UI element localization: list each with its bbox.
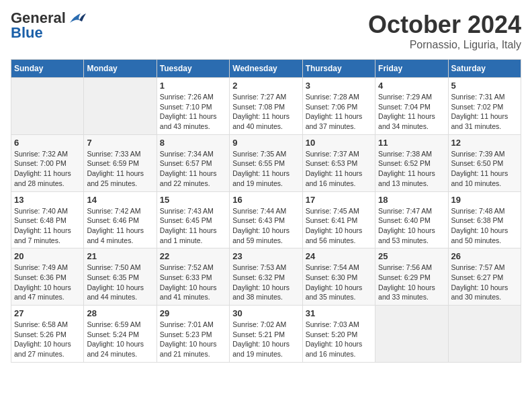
calendar-cell <box>448 306 521 363</box>
calendar-cell: 15Sunrise: 7:43 AMSunset: 6:45 PMDayligh… <box>157 191 229 248</box>
day-number: 25 <box>378 251 445 261</box>
calendar-cell: 10Sunrise: 7:37 AMSunset: 6:53 PMDayligh… <box>302 134 375 191</box>
calendar-cell: 21Sunrise: 7:50 AMSunset: 6:35 PMDayligh… <box>84 248 157 306</box>
calendar-cell: 2Sunrise: 7:27 AMSunset: 7:08 PMDaylight… <box>230 78 302 135</box>
calendar-cell: 19Sunrise: 7:48 AMSunset: 6:38 PMDayligh… <box>448 191 521 248</box>
weekday-header: Friday <box>375 60 448 78</box>
weekday-header-row: SundayMondayTuesdayWednesdayThursdayFrid… <box>11 60 521 78</box>
title-block: October 2024 Pornassio, Liguria, Italy <box>368 11 521 51</box>
weekday-header: Tuesday <box>157 60 229 78</box>
calendar-table: SundayMondayTuesdayWednesdayThursdayFrid… <box>11 59 521 363</box>
page-header: General Blue October 2024 Pornassio, Lig… <box>11 11 521 51</box>
calendar-cell: 13Sunrise: 7:40 AMSunset: 6:48 PMDayligh… <box>11 191 84 248</box>
day-info: Sunrise: 7:44 AMSunset: 6:43 PMDaylight:… <box>232 206 299 246</box>
day-info: Sunrise: 7:40 AMSunset: 6:48 PMDaylight:… <box>14 206 81 246</box>
calendar-cell: 5Sunrise: 7:31 AMSunset: 7:02 PMDaylight… <box>448 78 521 135</box>
day-number: 3 <box>306 81 372 91</box>
day-number: 18 <box>378 195 445 205</box>
day-info: Sunrise: 7:33 AMSunset: 6:59 PMDaylight:… <box>87 149 153 189</box>
location-title: Pornassio, Liguria, Italy <box>368 39 521 51</box>
day-number: 12 <box>451 138 518 148</box>
day-info: Sunrise: 7:39 AMSunset: 6:50 PMDaylight:… <box>451 149 518 189</box>
weekday-header: Monday <box>84 60 157 78</box>
day-info: Sunrise: 7:02 AMSunset: 5:21 PMDaylight:… <box>232 320 299 359</box>
calendar-cell <box>84 78 157 135</box>
day-info: Sunrise: 7:56 AMSunset: 6:29 PMDaylight:… <box>378 263 445 302</box>
logo-general: General <box>11 11 66 26</box>
calendar-cell: 25Sunrise: 7:56 AMSunset: 6:29 PMDayligh… <box>375 248 448 306</box>
calendar-cell: 30Sunrise: 7:02 AMSunset: 5:21 PMDayligh… <box>230 306 302 363</box>
day-number: 28 <box>87 308 153 318</box>
weekday-header: Thursday <box>302 60 375 78</box>
calendar-cell: 16Sunrise: 7:44 AMSunset: 6:43 PMDayligh… <box>230 191 302 248</box>
day-number: 20 <box>14 251 81 261</box>
day-info: Sunrise: 7:28 AMSunset: 7:06 PMDaylight:… <box>306 92 372 132</box>
day-number: 14 <box>87 195 153 205</box>
calendar-cell: 3Sunrise: 7:28 AMSunset: 7:06 PMDaylight… <box>302 78 375 135</box>
day-info: Sunrise: 7:35 AMSunset: 6:55 PMDaylight:… <box>232 149 299 189</box>
calendar-cell: 24Sunrise: 7:54 AMSunset: 6:30 PMDayligh… <box>302 248 375 306</box>
calendar-cell: 17Sunrise: 7:45 AMSunset: 6:41 PMDayligh… <box>302 191 375 248</box>
day-number: 1 <box>160 81 226 91</box>
day-number: 21 <box>87 251 153 261</box>
day-info: Sunrise: 7:26 AMSunset: 7:10 PMDaylight:… <box>160 92 226 132</box>
calendar-cell: 18Sunrise: 7:47 AMSunset: 6:40 PMDayligh… <box>375 191 448 248</box>
logo-bird-icon <box>67 11 86 26</box>
day-number: 31 <box>306 308 372 318</box>
day-info: Sunrise: 7:42 AMSunset: 6:46 PMDaylight:… <box>87 206 153 246</box>
calendar-cell: 23Sunrise: 7:53 AMSunset: 6:32 PMDayligh… <box>230 248 302 306</box>
logo: General Blue <box>11 11 86 40</box>
calendar-cell: 20Sunrise: 7:49 AMSunset: 6:36 PMDayligh… <box>11 248 84 306</box>
calendar-cell: 28Sunrise: 6:59 AMSunset: 5:24 PMDayligh… <box>84 306 157 363</box>
day-info: Sunrise: 6:59 AMSunset: 5:24 PMDaylight:… <box>87 320 153 359</box>
calendar-week-row: 20Sunrise: 7:49 AMSunset: 6:36 PMDayligh… <box>11 248 521 306</box>
calendar-cell: 31Sunrise: 7:03 AMSunset: 5:20 PMDayligh… <box>302 306 375 363</box>
calendar-cell: 29Sunrise: 7:01 AMSunset: 5:23 PMDayligh… <box>157 306 229 363</box>
day-info: Sunrise: 7:32 AMSunset: 7:00 PMDaylight:… <box>14 149 81 189</box>
calendar-cell <box>11 78 84 135</box>
day-info: Sunrise: 7:48 AMSunset: 6:38 PMDaylight:… <box>451 206 518 246</box>
calendar-cell: 1Sunrise: 7:26 AMSunset: 7:10 PMDaylight… <box>157 78 229 135</box>
day-info: Sunrise: 7:37 AMSunset: 6:53 PMDaylight:… <box>306 149 372 189</box>
day-number: 17 <box>306 195 372 205</box>
calendar-cell: 12Sunrise: 7:39 AMSunset: 6:50 PMDayligh… <box>448 134 521 191</box>
day-number: 2 <box>232 81 299 91</box>
day-info: Sunrise: 7:53 AMSunset: 6:32 PMDaylight:… <box>232 263 299 302</box>
calendar-cell: 7Sunrise: 7:33 AMSunset: 6:59 PMDaylight… <box>84 134 157 191</box>
calendar-cell: 27Sunrise: 6:58 AMSunset: 5:26 PMDayligh… <box>11 306 84 363</box>
day-info: Sunrise: 7:54 AMSunset: 6:30 PMDaylight:… <box>306 263 372 302</box>
day-info: Sunrise: 6:58 AMSunset: 5:26 PMDaylight:… <box>14 320 81 359</box>
day-info: Sunrise: 7:27 AMSunset: 7:08 PMDaylight:… <box>232 92 299 132</box>
day-info: Sunrise: 7:31 AMSunset: 7:02 PMDaylight:… <box>451 92 518 132</box>
day-number: 27 <box>14 308 81 318</box>
day-number: 16 <box>232 195 299 205</box>
day-info: Sunrise: 7:01 AMSunset: 5:23 PMDaylight:… <box>160 320 226 359</box>
day-info: Sunrise: 7:49 AMSunset: 6:36 PMDaylight:… <box>14 263 81 302</box>
calendar-week-row: 13Sunrise: 7:40 AMSunset: 6:48 PMDayligh… <box>11 191 521 248</box>
weekday-header: Wednesday <box>230 60 302 78</box>
day-number: 7 <box>87 138 153 148</box>
day-number: 9 <box>232 138 299 148</box>
day-number: 24 <box>306 251 372 261</box>
day-number: 19 <box>451 195 518 205</box>
calendar-week-row: 1Sunrise: 7:26 AMSunset: 7:10 PMDaylight… <box>11 78 521 135</box>
day-info: Sunrise: 7:50 AMSunset: 6:35 PMDaylight:… <box>87 263 153 302</box>
day-number: 23 <box>232 251 299 261</box>
day-number: 30 <box>232 308 299 318</box>
calendar-cell: 6Sunrise: 7:32 AMSunset: 7:00 PMDaylight… <box>11 134 84 191</box>
weekday-header: Saturday <box>448 60 521 78</box>
day-number: 6 <box>14 138 81 148</box>
calendar-cell: 22Sunrise: 7:52 AMSunset: 6:33 PMDayligh… <box>157 248 229 306</box>
day-number: 10 <box>306 138 372 148</box>
day-number: 26 <box>451 251 518 261</box>
calendar-cell: 11Sunrise: 7:38 AMSunset: 6:52 PMDayligh… <box>375 134 448 191</box>
day-number: 5 <box>451 81 518 91</box>
calendar-cell: 9Sunrise: 7:35 AMSunset: 6:55 PMDaylight… <box>230 134 302 191</box>
calendar-cell: 14Sunrise: 7:42 AMSunset: 6:46 PMDayligh… <box>84 191 157 248</box>
day-info: Sunrise: 7:47 AMSunset: 6:40 PMDaylight:… <box>378 206 445 246</box>
day-number: 22 <box>160 251 226 261</box>
calendar-cell: 8Sunrise: 7:34 AMSunset: 6:57 PMDaylight… <box>157 134 229 191</box>
weekday-header: Sunday <box>11 60 84 78</box>
day-info: Sunrise: 7:57 AMSunset: 6:27 PMDaylight:… <box>451 263 518 302</box>
calendar-cell: 26Sunrise: 7:57 AMSunset: 6:27 PMDayligh… <box>448 248 521 306</box>
